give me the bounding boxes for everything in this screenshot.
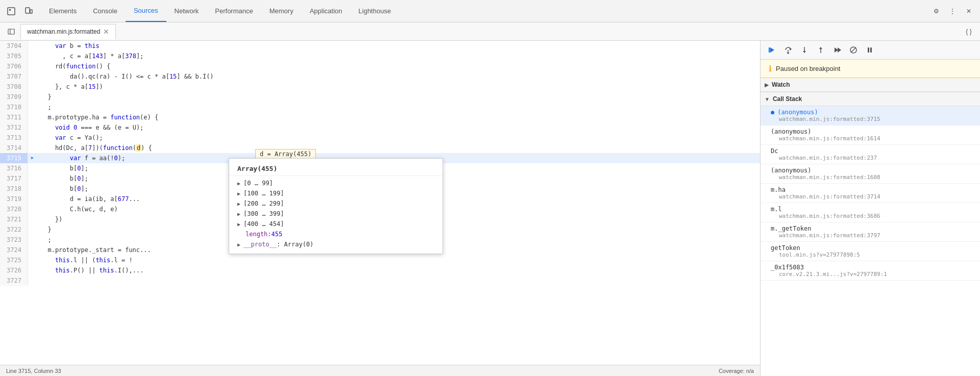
table-row: 3709 } <box>0 92 760 102</box>
tab-sources[interactable]: Sources <box>126 0 166 22</box>
callstack-item[interactable]: (anonymous) watchman.min.js:formatted:16… <box>761 164 980 184</box>
sidebar-toggle-btn[interactable] <box>4 24 18 39</box>
pause-on-exception-btn[interactable] <box>863 43 877 57</box>
tab-application[interactable]: Application <box>302 0 351 22</box>
callstack-item[interactable]: Dc watchman.min.js:formatted:237 <box>761 145 980 164</box>
tab-performance[interactable]: Performance <box>207 0 261 22</box>
table-row: 3707 da().qc(ra) - I() <= c * a[15] && b… <box>0 71 760 82</box>
cs-name: getToken <box>771 244 974 252</box>
main-layout: 3704 var b = this 3705 , c = a[143] * a[… <box>0 41 980 376</box>
svg-marker-7 <box>790 47 792 51</box>
svg-rect-1 <box>26 8 30 13</box>
table-row: 3713 var c = Ya(); <box>0 133 760 143</box>
cs-name: _0x1f5083 <box>771 264 974 271</box>
tab-console[interactable]: Console <box>85 0 126 22</box>
callstack-item[interactable]: (anonymous) watchman.min.js:formatted:16… <box>761 126 980 145</box>
cs-name: ● (anonymous) <box>771 109 974 116</box>
svg-rect-0 <box>8 8 15 15</box>
more-btn[interactable]: ⋮ <box>945 4 960 18</box>
tooltip-item-1[interactable]: ▶ [100 … 199] <box>229 188 443 198</box>
settings-btn[interactable]: ⚙ <box>929 4 943 18</box>
svg-rect-18 <box>868 47 869 53</box>
device-toggle-btn[interactable] <box>21 4 36 18</box>
step-btn[interactable] <box>830 43 844 57</box>
callstack-label: Call Stack <box>773 95 802 103</box>
expand-icon-3: ▶ <box>237 211 240 217</box>
table-row: 3706 rd(function() { <box>0 61 760 71</box>
callstack-item[interactable]: _0x1f5083 core.v2.21.3.mi...js?v=2797789… <box>761 261 980 281</box>
inline-tooltip: d = Array(455) <box>255 149 316 159</box>
expand-icon-2: ▶ <box>237 201 240 207</box>
table-row: 3704 var b = this <box>0 41 760 51</box>
tab-elements[interactable]: Elements <box>41 0 85 22</box>
resume-btn[interactable] <box>765 43 779 57</box>
svg-marker-13 <box>819 47 822 49</box>
callstack-item[interactable]: m.l watchman.min.js:formatted:3686 <box>761 203 980 222</box>
svg-line-17 <box>851 47 856 53</box>
tooltip-popup: Array(455) ▶ [0 … 99] ▶ [100 … 199] ▶ [2… <box>229 158 443 254</box>
file-tab-watchman[interactable]: watchman.min.js:formatted ✕ <box>20 24 116 39</box>
paused-text: Paused on breakpoint <box>776 65 840 72</box>
expand-icon-4: ▶ <box>237 221 240 227</box>
tooltip-item-3[interactable]: ▶ [300 … 399] <box>229 209 443 219</box>
table-row: 3708 }, c * a[15]) <box>0 82 760 92</box>
cs-name: Dc <box>771 147 974 155</box>
step-out-btn[interactable] <box>814 43 828 57</box>
expand-icon-0: ▶ <box>237 181 240 186</box>
code-panel: 3704 var b = this 3705 , c = a[143] * a[… <box>0 41 761 376</box>
svg-marker-11 <box>803 51 806 53</box>
tooltip-item-length: length: 455 <box>229 229 443 239</box>
table-row: 3710 ; <box>0 102 760 112</box>
tooltip-item-0[interactable]: ▶ [0 … 99] <box>229 178 443 188</box>
tooltip-item-proto[interactable]: ▶ __proto__: Array(0) <box>229 239 443 249</box>
top-bar: Elements Console Sources Network Perform… <box>0 0 980 22</box>
table-row: 3712 void 0 === e && (e = U); <box>0 122 760 133</box>
tab-lighthouse[interactable]: Lighthouse <box>350 0 399 22</box>
table-row: 3705 , c = a[143] * a[378]; <box>0 51 760 61</box>
tab-memory[interactable]: Memory <box>261 0 302 22</box>
callstack-item[interactable]: m._getToken watchman.min.js:formatted:37… <box>761 222 980 242</box>
cs-file: watchman.min.js:formatted:3686 <box>771 213 974 219</box>
table-row: 3714 hd(Dc, a[7])(function(d) { <box>0 143 760 153</box>
tooltip-item-2[interactable]: ▶ [200 … 299] <box>229 198 443 209</box>
tooltip-item-4[interactable]: ▶ [400 … 454] <box>229 219 443 229</box>
deactivate-breakpoints-btn[interactable] <box>846 43 861 57</box>
close-btn[interactable]: ✕ <box>962 4 976 18</box>
table-row: 3711 m.prototype.ha = function(e) { <box>0 112 760 122</box>
status-bar: Line 3715, Column 33 Coverage: n/a <box>0 365 760 376</box>
callstack-header[interactable]: ▼ Call Stack <box>761 92 980 106</box>
cs-file: watchman.min.js:formatted:3715 <box>771 116 974 122</box>
cs-file: watchman.min.js:formatted:3797 <box>771 232 974 239</box>
callstack-item[interactable]: getToken tool.min.js?v=27977898:5 <box>761 242 980 261</box>
expand-icon-1: ▶ <box>237 191 240 196</box>
cs-name: m.ha <box>771 186 974 193</box>
expand-icon-proto: ▶ <box>237 242 240 247</box>
cs-file: watchman.min.js:formatted:3714 <box>771 193 974 200</box>
tab-network[interactable]: Network <box>166 0 207 22</box>
code-content[interactable]: 3704 var b = this 3705 , c = a[143] * a[… <box>0 41 760 376</box>
file-tab-close[interactable]: ✕ <box>103 28 109 35</box>
top-bar-right: ⚙ ⋮ ✕ <box>929 4 976 18</box>
callstack-section: ▼ Call Stack ● (anonymous) watchman.min.… <box>761 92 980 376</box>
inspect-element-btn[interactable] <box>4 4 18 18</box>
table-row: 3725 this.l || (this.l = ! <box>0 255 760 265</box>
tooltip-title: Array(455) <box>229 163 443 176</box>
right-panel: ℹ Paused on breakpoint ▶ Watch ▼ Call St… <box>761 41 980 376</box>
cs-name: (anonymous) <box>771 167 974 174</box>
step-over-btn[interactable] <box>781 43 795 57</box>
format-btn[interactable]: { } <box>962 24 976 39</box>
callstack-arrow-icon: ▼ <box>765 96 770 102</box>
callstack-item[interactable]: ● (anonymous) watchman.min.js:formatted:… <box>761 106 980 126</box>
file-bar-right: { } <box>962 24 976 39</box>
debug-toolbar <box>761 41 980 60</box>
cs-file: core.v2.21.3.mi...js?v=2797789:1 <box>771 271 974 278</box>
watch-header[interactable]: ▶ Watch <box>761 78 980 92</box>
cs-name: m._getToken <box>771 225 974 232</box>
callstack-item[interactable]: m.ha watchman.min.js:formatted:3714 <box>761 184 980 203</box>
table-row: 3727 <box>0 275 760 286</box>
status-coverage: Coverage: n/a <box>719 368 754 374</box>
step-into-btn[interactable] <box>797 43 812 57</box>
svg-rect-19 <box>870 47 872 53</box>
cs-file: tool.min.js?v=27977898:5 <box>771 252 974 258</box>
status-position: Line 3715, Column 33 <box>6 368 61 374</box>
